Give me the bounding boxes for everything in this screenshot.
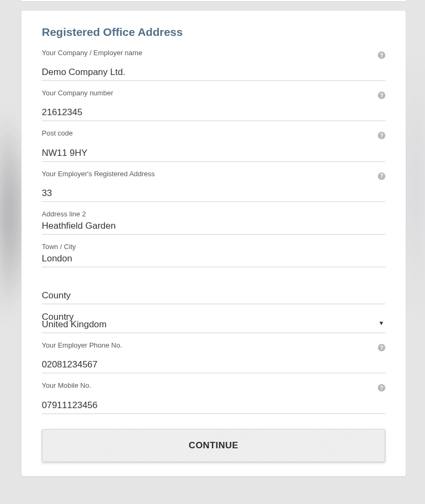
field-town-city: Town / City [42, 242, 385, 267]
employer-phone-input[interactable] [42, 358, 385, 372]
country-select[interactable]: Country United Kingdom ▼ [42, 312, 385, 333]
employer-phone-label: Your Employer Phone No. [42, 341, 385, 350]
company-name-label: Your Company / Employer name [42, 48, 385, 58]
company-number-label: Your Company number [42, 88, 385, 98]
field-registered-address: Your Employer's Registered Address ? [42, 169, 385, 202]
postcode-input[interactable] [42, 146, 385, 160]
registered-address-input[interactable] [42, 186, 385, 200]
country-value: United Kingdom [42, 312, 385, 332]
company-name-input[interactable] [42, 65, 385, 79]
field-postcode: Post code ? [42, 129, 385, 161]
card-top-edge [21, 0, 406, 1]
mobile-no-input[interactable] [42, 398, 385, 412]
field-employer-phone: Your Employer Phone No. ? [42, 341, 385, 373]
field-address-line-2: Address line 2 [42, 209, 385, 235]
postcode-label: Post code [42, 129, 385, 138]
registered-address-label: Your Employer's Registered Address [42, 169, 385, 179]
county-input[interactable] [42, 289, 385, 303]
field-country: Country United Kingdom ▼ [42, 312, 385, 333]
company-number-input[interactable] [42, 106, 385, 119]
continue-button[interactable]: CONTINUE [42, 429, 385, 462]
field-county [42, 275, 385, 304]
mobile-no-label: Your Mobile No. [42, 381, 385, 390]
field-company-number: Your Company number ? [42, 88, 385, 121]
town-city-label: Town / City [42, 242, 385, 252]
address-line-2-label: Address line 2 [42, 209, 385, 219]
form-card: Registered Office Address Your Company /… [21, 11, 406, 476]
address-line-2-input[interactable] [42, 219, 385, 233]
field-company-name: Your Company / Employer name ? [42, 48, 385, 81]
field-mobile-no: Your Mobile No. ? [42, 381, 385, 413]
town-city-input[interactable] [42, 252, 385, 266]
section-title: Registered Office Address [42, 26, 385, 39]
